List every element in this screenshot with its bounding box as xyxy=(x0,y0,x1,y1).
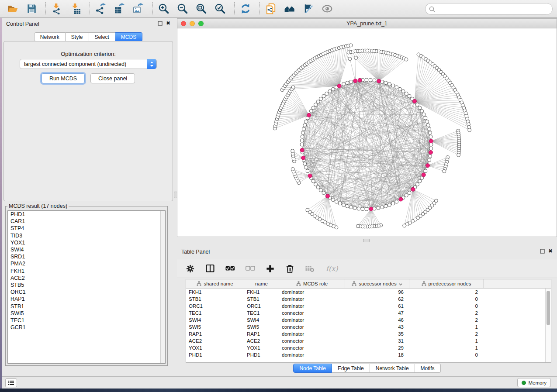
horizontal-splitter-handle[interactable] xyxy=(363,239,370,242)
result-node-item[interactable]: STB5 xyxy=(8,282,165,289)
cell-successor-nodes: 96 xyxy=(345,289,409,296)
gear-icon[interactable] xyxy=(186,264,195,273)
select-all-icon[interactable] xyxy=(225,264,235,273)
result-list-scrollbar[interactable] xyxy=(160,211,165,363)
network-canvas[interactable] xyxy=(177,28,557,237)
result-node-item[interactable]: RAP1 xyxy=(8,296,165,303)
column-header-MCDS-role[interactable]: MCDS role xyxy=(279,279,345,288)
save-icon[interactable] xyxy=(25,2,38,15)
zoom-selected-icon[interactable] xyxy=(214,2,227,15)
close-panel-button[interactable]: Close panel xyxy=(90,73,135,83)
add-icon[interactable] xyxy=(266,264,275,273)
result-node-item[interactable]: STB1 xyxy=(8,303,165,310)
cell-MCDS-role: connector xyxy=(279,309,345,316)
export-image-icon[interactable] xyxy=(132,2,145,15)
cell-shared-name: SWI4 xyxy=(186,316,244,323)
tab-motifs[interactable]: Motifs xyxy=(415,364,441,373)
criterion-dropdown[interactable]: largest connected component (undirected) xyxy=(20,59,157,69)
result-node-item[interactable]: ORC1 xyxy=(8,289,165,296)
mcds-result-list[interactable]: PHD1CAR1STP4TID3YOX1SWI4SRD1PMA2FKH1ACE2… xyxy=(7,210,166,364)
zoom-out-icon[interactable] xyxy=(176,2,189,15)
cell-successor-nodes: 18 xyxy=(345,351,409,358)
clone-network-icon[interactable]: (1)"> xyxy=(264,2,277,15)
table-row[interactable]: YOX1YOX1connector291 xyxy=(186,344,551,351)
toolbar-separator xyxy=(152,2,153,15)
result-node-item[interactable]: PMA2 xyxy=(8,260,165,267)
sort-chevron-icon xyxy=(399,281,402,286)
open-file-icon[interactable] xyxy=(6,2,19,15)
table-row[interactable]: TEC1TEC1connector472 xyxy=(186,309,551,316)
show-all-icon[interactable] xyxy=(321,2,334,15)
result-node-item[interactable]: PHD1 xyxy=(8,211,165,218)
table-row[interactable]: FKH1FKH1dominator962 xyxy=(186,289,551,296)
search-input[interactable] xyxy=(438,4,549,14)
table-header-row: shared namenameMCDS rolesuccessor nodesp… xyxy=(186,279,551,289)
hide-selected-icon[interactable] xyxy=(302,2,315,15)
table-row[interactable]: STB1STB1dominator620 xyxy=(186,296,551,303)
result-node-item[interactable]: YOX1 xyxy=(8,239,165,246)
float-panel-icon[interactable] xyxy=(158,21,163,26)
table-row[interactable]: SWI4SWI4dominator462 xyxy=(186,316,551,323)
first-neighbors-icon[interactable] xyxy=(283,2,296,15)
columns-icon[interactable] xyxy=(205,264,215,273)
table-row[interactable]: ACE2ACE2connector311 xyxy=(186,337,551,344)
cell-successor-nodes: 47 xyxy=(345,309,409,316)
close-panel-icon[interactable]: ✖ xyxy=(166,21,170,26)
column-header-shared-name[interactable]: shared name xyxy=(186,279,244,288)
close-table-panel-icon[interactable]: ✖ xyxy=(548,248,553,254)
column-header-predecessor-nodes[interactable]: predecessor nodes xyxy=(409,279,484,288)
result-node-item[interactable]: GCR1 xyxy=(8,324,165,331)
delete-icon[interactable] xyxy=(285,264,294,273)
tab-mcds[interactable]: MCDS xyxy=(115,32,142,41)
result-node-item[interactable]: TEC1 xyxy=(8,317,165,324)
result-node-item[interactable]: SWI4 xyxy=(8,246,165,253)
result-node-item[interactable]: TID3 xyxy=(8,232,165,239)
zoom-fit-icon[interactable] xyxy=(195,2,208,15)
table-scrollbar-thumb[interactable] xyxy=(547,291,550,325)
run-mcds-button[interactable]: Run MCDS xyxy=(42,73,85,83)
result-node-item[interactable]: CAR1 xyxy=(8,218,165,225)
deselect-all-icon[interactable] xyxy=(246,264,255,273)
export-network-icon[interactable] xyxy=(94,2,107,15)
refresh-icon[interactable] xyxy=(239,2,252,15)
tab-edge-table[interactable]: Edge Table xyxy=(332,364,370,373)
table-row[interactable]: RAP1RAP1dominator352 xyxy=(186,330,551,337)
function-icon: f(x) xyxy=(325,264,340,273)
export-table-icon[interactable] xyxy=(113,2,126,15)
result-node-item[interactable]: ACE2 xyxy=(8,275,165,282)
panel-menu-button[interactable] xyxy=(5,378,17,387)
memory-button[interactable]: Memory xyxy=(517,378,551,387)
tab-select[interactable]: Select xyxy=(89,32,115,41)
control-panel-title: Control Panel xyxy=(6,21,39,27)
result-node-item[interactable]: SWI5 xyxy=(8,310,165,317)
cell-predecessor-nodes: 2 xyxy=(409,330,484,337)
tab-node-table[interactable]: Node Table xyxy=(293,364,332,373)
result-node-item[interactable]: SRD1 xyxy=(8,253,165,260)
column-header-name[interactable]: name xyxy=(244,279,279,288)
cell-successor-nodes: 61 xyxy=(345,303,409,309)
result-node-item[interactable]: STP4 xyxy=(8,225,165,232)
import-table-icon[interactable] xyxy=(69,2,82,15)
float-table-panel-icon[interactable] xyxy=(540,249,545,254)
vertical-splitter-handle[interactable] xyxy=(174,192,177,198)
tab-network-table[interactable]: Network Table xyxy=(370,364,415,373)
column-header-successor-nodes[interactable]: successor nodes xyxy=(345,279,409,288)
table-row[interactable]: PHD1PHD1dominator180 xyxy=(186,351,551,358)
table-row[interactable]: SWI5SWI5connector431 xyxy=(186,323,551,330)
import-network-icon[interactable] xyxy=(50,2,63,15)
zoom-in-icon[interactable] xyxy=(157,2,170,15)
network-window-titlebar: YPA_prune.txt_1 xyxy=(177,19,557,28)
cell-predecessor-nodes: 0 xyxy=(409,296,484,303)
table-scrollbar[interactable] xyxy=(545,289,551,362)
cell-MCDS-role: connector xyxy=(279,344,345,351)
result-node-item[interactable]: FKH1 xyxy=(8,268,165,275)
tab-style[interactable]: Style xyxy=(66,32,89,41)
table-row[interactable]: ORC1ORC1dominator610 xyxy=(186,303,551,309)
cell-predecessor-nodes: 2 xyxy=(409,289,484,296)
cell-shared-name: ORC1 xyxy=(186,303,244,309)
cell-name: ORC1 xyxy=(244,303,279,309)
cell-predecessor-nodes: 2 xyxy=(409,309,484,316)
tab-network[interactable]: Network xyxy=(34,32,66,41)
table-panel-header: Table Panel ✖ xyxy=(177,246,557,258)
memory-status-icon xyxy=(522,381,526,385)
